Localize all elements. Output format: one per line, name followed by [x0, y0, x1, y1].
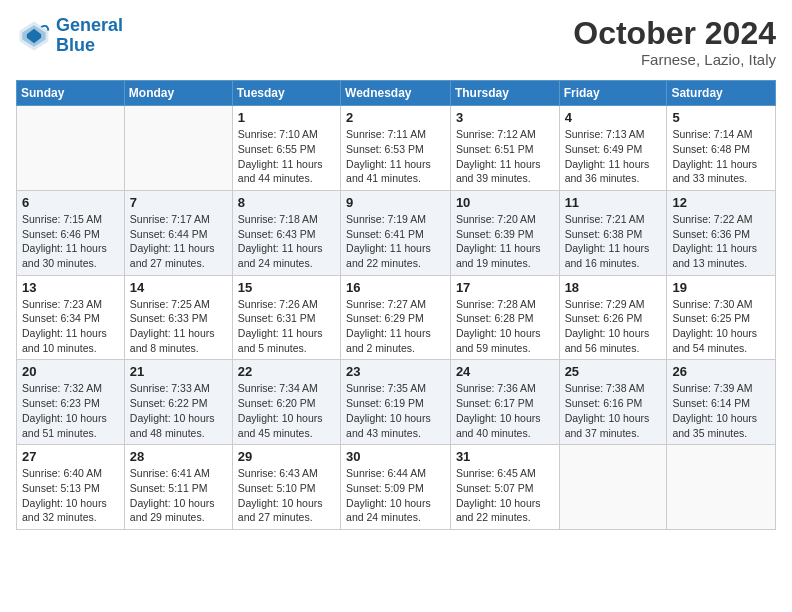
calendar-cell: 7Sunrise: 7:17 AM Sunset: 6:44 PM Daylig…	[124, 190, 232, 275]
day-number: 26	[672, 364, 770, 379]
day-info: Sunrise: 7:14 AM Sunset: 6:48 PM Dayligh…	[672, 127, 770, 186]
calendar-cell: 12Sunrise: 7:22 AM Sunset: 6:36 PM Dayli…	[667, 190, 776, 275]
calendar-cell: 29Sunrise: 6:43 AM Sunset: 5:10 PM Dayli…	[232, 445, 340, 530]
day-info: Sunrise: 7:23 AM Sunset: 6:34 PM Dayligh…	[22, 297, 119, 356]
day-number: 4	[565, 110, 662, 125]
day-number: 8	[238, 195, 335, 210]
calendar-week-row: 20Sunrise: 7:32 AM Sunset: 6:23 PM Dayli…	[17, 360, 776, 445]
day-number: 22	[238, 364, 335, 379]
calendar-cell: 10Sunrise: 7:20 AM Sunset: 6:39 PM Dayli…	[450, 190, 559, 275]
calendar-cell: 22Sunrise: 7:34 AM Sunset: 6:20 PM Dayli…	[232, 360, 340, 445]
calendar-cell	[17, 106, 125, 191]
calendar-cell: 26Sunrise: 7:39 AM Sunset: 6:14 PM Dayli…	[667, 360, 776, 445]
day-number: 15	[238, 280, 335, 295]
day-number: 29	[238, 449, 335, 464]
calendar-cell: 25Sunrise: 7:38 AM Sunset: 6:16 PM Dayli…	[559, 360, 667, 445]
title-block: October 2024 Farnese, Lazio, Italy	[573, 16, 776, 68]
calendar-cell: 6Sunrise: 7:15 AM Sunset: 6:46 PM Daylig…	[17, 190, 125, 275]
calendar-cell: 20Sunrise: 7:32 AM Sunset: 6:23 PM Dayli…	[17, 360, 125, 445]
day-info: Sunrise: 7:11 AM Sunset: 6:53 PM Dayligh…	[346, 127, 445, 186]
calendar-cell	[667, 445, 776, 530]
calendar-cell: 21Sunrise: 7:33 AM Sunset: 6:22 PM Dayli…	[124, 360, 232, 445]
calendar-cell: 19Sunrise: 7:30 AM Sunset: 6:25 PM Dayli…	[667, 275, 776, 360]
day-info: Sunrise: 7:33 AM Sunset: 6:22 PM Dayligh…	[130, 381, 227, 440]
day-number: 11	[565, 195, 662, 210]
day-info: Sunrise: 7:20 AM Sunset: 6:39 PM Dayligh…	[456, 212, 554, 271]
day-info: Sunrise: 6:40 AM Sunset: 5:13 PM Dayligh…	[22, 466, 119, 525]
day-of-week-header: Sunday	[17, 81, 125, 106]
day-info: Sunrise: 7:13 AM Sunset: 6:49 PM Dayligh…	[565, 127, 662, 186]
day-number: 24	[456, 364, 554, 379]
calendar-cell: 9Sunrise: 7:19 AM Sunset: 6:41 PM Daylig…	[341, 190, 451, 275]
calendar-week-row: 6Sunrise: 7:15 AM Sunset: 6:46 PM Daylig…	[17, 190, 776, 275]
day-info: Sunrise: 7:36 AM Sunset: 6:17 PM Dayligh…	[456, 381, 554, 440]
day-number: 31	[456, 449, 554, 464]
logo-text: General Blue	[56, 16, 123, 56]
day-number: 19	[672, 280, 770, 295]
day-number: 5	[672, 110, 770, 125]
calendar-week-row: 13Sunrise: 7:23 AM Sunset: 6:34 PM Dayli…	[17, 275, 776, 360]
day-info: Sunrise: 7:30 AM Sunset: 6:25 PM Dayligh…	[672, 297, 770, 356]
day-of-week-header: Saturday	[667, 81, 776, 106]
day-number: 13	[22, 280, 119, 295]
day-info: Sunrise: 7:29 AM Sunset: 6:26 PM Dayligh…	[565, 297, 662, 356]
calendar-cell: 31Sunrise: 6:45 AM Sunset: 5:07 PM Dayli…	[450, 445, 559, 530]
day-number: 27	[22, 449, 119, 464]
logo-icon	[16, 18, 52, 54]
day-info: Sunrise: 7:38 AM Sunset: 6:16 PM Dayligh…	[565, 381, 662, 440]
day-number: 20	[22, 364, 119, 379]
day-number: 7	[130, 195, 227, 210]
calendar-cell: 8Sunrise: 7:18 AM Sunset: 6:43 PM Daylig…	[232, 190, 340, 275]
day-number: 25	[565, 364, 662, 379]
day-info: Sunrise: 7:25 AM Sunset: 6:33 PM Dayligh…	[130, 297, 227, 356]
calendar-cell: 23Sunrise: 7:35 AM Sunset: 6:19 PM Dayli…	[341, 360, 451, 445]
day-info: Sunrise: 7:19 AM Sunset: 6:41 PM Dayligh…	[346, 212, 445, 271]
day-number: 6	[22, 195, 119, 210]
day-info: Sunrise: 7:21 AM Sunset: 6:38 PM Dayligh…	[565, 212, 662, 271]
calendar-cell: 5Sunrise: 7:14 AM Sunset: 6:48 PM Daylig…	[667, 106, 776, 191]
calendar-cell: 16Sunrise: 7:27 AM Sunset: 6:29 PM Dayli…	[341, 275, 451, 360]
calendar-cell: 3Sunrise: 7:12 AM Sunset: 6:51 PM Daylig…	[450, 106, 559, 191]
calendar-cell: 11Sunrise: 7:21 AM Sunset: 6:38 PM Dayli…	[559, 190, 667, 275]
day-number: 30	[346, 449, 445, 464]
day-of-week-header: Monday	[124, 81, 232, 106]
calendar-cell: 1Sunrise: 7:10 AM Sunset: 6:55 PM Daylig…	[232, 106, 340, 191]
day-of-week-header: Tuesday	[232, 81, 340, 106]
day-number: 2	[346, 110, 445, 125]
calendar-cell: 2Sunrise: 7:11 AM Sunset: 6:53 PM Daylig…	[341, 106, 451, 191]
day-number: 10	[456, 195, 554, 210]
day-info: Sunrise: 7:17 AM Sunset: 6:44 PM Dayligh…	[130, 212, 227, 271]
day-number: 14	[130, 280, 227, 295]
day-info: Sunrise: 7:28 AM Sunset: 6:28 PM Dayligh…	[456, 297, 554, 356]
day-of-week-header: Thursday	[450, 81, 559, 106]
calendar-cell: 18Sunrise: 7:29 AM Sunset: 6:26 PM Dayli…	[559, 275, 667, 360]
calendar-cell: 28Sunrise: 6:41 AM Sunset: 5:11 PM Dayli…	[124, 445, 232, 530]
day-info: Sunrise: 7:34 AM Sunset: 6:20 PM Dayligh…	[238, 381, 335, 440]
day-info: Sunrise: 6:44 AM Sunset: 5:09 PM Dayligh…	[346, 466, 445, 525]
calendar-cell: 30Sunrise: 6:44 AM Sunset: 5:09 PM Dayli…	[341, 445, 451, 530]
day-number: 18	[565, 280, 662, 295]
day-info: Sunrise: 7:27 AM Sunset: 6:29 PM Dayligh…	[346, 297, 445, 356]
day-info: Sunrise: 7:10 AM Sunset: 6:55 PM Dayligh…	[238, 127, 335, 186]
calendar-week-row: 1Sunrise: 7:10 AM Sunset: 6:55 PM Daylig…	[17, 106, 776, 191]
day-number: 9	[346, 195, 445, 210]
calendar-header-row: SundayMondayTuesdayWednesdayThursdayFrid…	[17, 81, 776, 106]
calendar-cell	[559, 445, 667, 530]
day-of-week-header: Wednesday	[341, 81, 451, 106]
day-number: 1	[238, 110, 335, 125]
calendar-title: October 2024	[573, 16, 776, 51]
calendar-cell: 15Sunrise: 7:26 AM Sunset: 6:31 PM Dayli…	[232, 275, 340, 360]
day-info: Sunrise: 6:43 AM Sunset: 5:10 PM Dayligh…	[238, 466, 335, 525]
day-info: Sunrise: 7:32 AM Sunset: 6:23 PM Dayligh…	[22, 381, 119, 440]
calendar-cell: 24Sunrise: 7:36 AM Sunset: 6:17 PM Dayli…	[450, 360, 559, 445]
calendar-cell: 14Sunrise: 7:25 AM Sunset: 6:33 PM Dayli…	[124, 275, 232, 360]
day-info: Sunrise: 7:35 AM Sunset: 6:19 PM Dayligh…	[346, 381, 445, 440]
day-info: Sunrise: 6:45 AM Sunset: 5:07 PM Dayligh…	[456, 466, 554, 525]
page-header: General Blue October 2024 Farnese, Lazio…	[16, 16, 776, 68]
day-number: 16	[346, 280, 445, 295]
calendar-cell: 13Sunrise: 7:23 AM Sunset: 6:34 PM Dayli…	[17, 275, 125, 360]
calendar-subtitle: Farnese, Lazio, Italy	[573, 51, 776, 68]
day-info: Sunrise: 7:15 AM Sunset: 6:46 PM Dayligh…	[22, 212, 119, 271]
day-info: Sunrise: 6:41 AM Sunset: 5:11 PM Dayligh…	[130, 466, 227, 525]
calendar-cell: 17Sunrise: 7:28 AM Sunset: 6:28 PM Dayli…	[450, 275, 559, 360]
